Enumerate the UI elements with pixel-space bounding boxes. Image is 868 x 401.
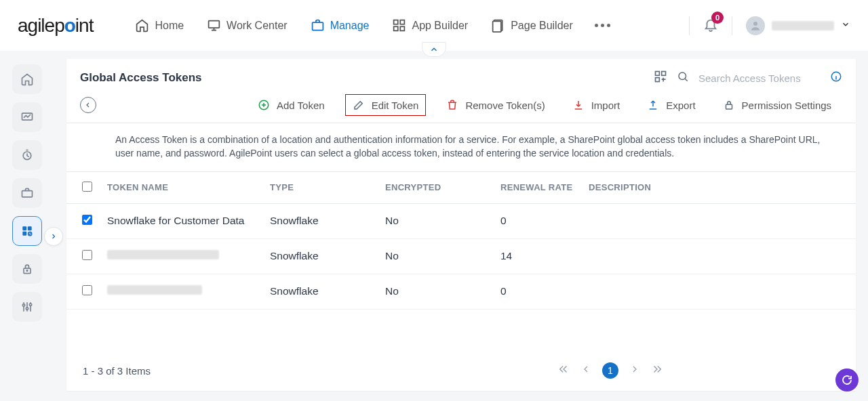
permission-settings-button[interactable]: Permission Settings (716, 95, 839, 115)
chevron-down-icon (841, 20, 850, 32)
nav-app-builder[interactable]: App Builder (391, 14, 469, 37)
lock-icon (723, 99, 735, 111)
table-row[interactable]: SnowflakeNo0 (66, 274, 856, 309)
avatar-icon (746, 16, 765, 35)
svg-point-19 (26, 308, 28, 310)
notif-badge: 0 (711, 12, 724, 24)
user-menu[interactable] (746, 16, 850, 35)
svg-rect-1 (312, 22, 323, 30)
svg-rect-22 (662, 72, 666, 76)
svg-point-20 (29, 303, 31, 305)
svg-rect-4 (394, 26, 398, 30)
cell-name (107, 238, 263, 274)
cell-encrypted: No (378, 238, 494, 274)
cell-renewal: 14 (494, 238, 582, 274)
edit-token-button[interactable]: Edit Token (345, 94, 427, 116)
sidebar-timer[interactable] (12, 140, 42, 170)
svg-rect-21 (656, 72, 660, 76)
col-encrypted[interactable]: ENCRYPTED (378, 172, 494, 204)
remove-token-button[interactable]: Remove Token(s) (439, 95, 551, 115)
sidebar-expand[interactable] (44, 227, 63, 246)
cell-description (582, 274, 856, 309)
trash-icon (446, 99, 458, 111)
svg-point-8 (753, 22, 757, 26)
svg-rect-2 (394, 20, 398, 24)
sidebar-briefcase[interactable] (12, 178, 42, 208)
cell-type: Snowflake (263, 203, 378, 238)
export-button[interactable]: Export (640, 95, 702, 115)
cell-description (582, 238, 856, 274)
pencil-icon (353, 99, 365, 111)
pager-first[interactable] (557, 363, 570, 378)
import-button[interactable]: Import (566, 95, 627, 115)
svg-rect-5 (401, 26, 405, 30)
logo[interactable]: agilepoint (18, 15, 93, 37)
svg-point-17 (26, 270, 28, 272)
notifications-button[interactable]: 0 (703, 17, 718, 35)
pager-page[interactable]: 1 (602, 362, 618, 379)
table-row[interactable]: SnowflakeNo14 (66, 238, 856, 274)
svg-point-24 (679, 72, 686, 80)
col-token-name[interactable]: TOKEN NAME (107, 172, 263, 204)
cell-type: Snowflake (263, 238, 378, 274)
nav-manage[interactable]: Manage (309, 14, 371, 37)
svg-rect-13 (28, 226, 32, 230)
separator (689, 16, 690, 35)
sidebar-security[interactable] (12, 254, 42, 284)
collapse-handle[interactable] (422, 42, 446, 57)
username-redacted (772, 21, 834, 30)
cell-description (582, 203, 856, 238)
svg-rect-11 (22, 191, 33, 197)
info-icon[interactable] (830, 70, 842, 85)
search-input[interactable] (698, 72, 821, 84)
briefcase-icon (311, 18, 325, 33)
svg-rect-7 (493, 21, 501, 32)
add-token-button[interactable]: Add Token (251, 95, 332, 115)
sidebar-apps[interactable] (12, 216, 42, 246)
download-icon (572, 99, 585, 111)
svg-rect-0 (209, 21, 220, 28)
cell-renewal: 0 (494, 203, 582, 238)
separator (732, 16, 732, 35)
cell-renewal: 0 (494, 274, 582, 309)
page-description: An Access Token is a combination of a lo… (66, 123, 856, 172)
svg-rect-3 (401, 20, 405, 24)
nav-work-center[interactable]: Work Center (205, 14, 289, 37)
svg-rect-27 (726, 104, 732, 109)
pager-last[interactable] (651, 363, 663, 378)
svg-rect-23 (656, 78, 660, 82)
nav-more-icon[interactable] (595, 24, 610, 27)
back-button[interactable] (80, 97, 96, 113)
refresh-fab[interactable] (835, 368, 859, 392)
sidebar-settings[interactable] (12, 292, 42, 322)
upload-icon (647, 99, 659, 111)
pager-prev[interactable] (580, 364, 591, 377)
view-grid-icon[interactable] (654, 70, 667, 86)
nav-home[interactable]: Home (134, 14, 185, 37)
svg-rect-12 (22, 226, 26, 230)
page-icon (491, 18, 505, 33)
plus-circle-icon (258, 99, 270, 111)
cell-encrypted: No (378, 274, 494, 309)
search-icon[interactable] (677, 70, 689, 85)
pager-range: 1 - 3 of 3 Items (83, 365, 151, 377)
page-title: Global Access Tokens (80, 71, 202, 85)
col-type[interactable]: TYPE (263, 172, 378, 204)
row-checkbox[interactable] (82, 285, 92, 295)
home-icon (135, 18, 149, 33)
table-row[interactable]: Snowflake for Customer DataSnowflakeNo0 (66, 203, 856, 238)
svg-rect-14 (22, 232, 26, 236)
grid-icon (392, 18, 406, 33)
monitor-icon (207, 18, 221, 33)
cell-name: Snowflake for Customer Data (107, 203, 263, 238)
sidebar-analytics[interactable] (12, 102, 42, 132)
col-description[interactable]: DESCRIPTION (582, 172, 856, 204)
nav-page-builder[interactable]: Page Builder (490, 14, 574, 37)
row-checkbox[interactable] (82, 250, 92, 260)
select-all-checkbox[interactable] (82, 182, 92, 192)
pager-next[interactable] (629, 364, 640, 377)
cell-encrypted: No (378, 203, 494, 238)
col-renewal[interactable]: RENEWAL RATE (494, 172, 582, 204)
row-checkbox[interactable] (82, 215, 92, 225)
sidebar-home[interactable] (12, 64, 42, 94)
